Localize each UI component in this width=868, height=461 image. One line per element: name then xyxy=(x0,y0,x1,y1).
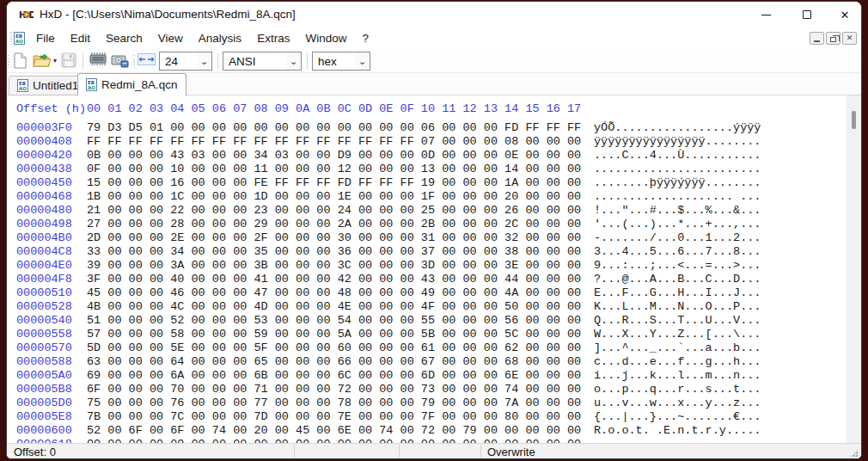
row-offset-label: 00000498 xyxy=(16,218,72,231)
menubar-drag-handle[interactable] xyxy=(9,32,12,45)
encoding-select[interactable]: ANSI ⌄ xyxy=(223,52,302,71)
mdi-restore-button[interactable] xyxy=(826,32,840,45)
document-tabs: EB AO Untitled1 EB AO Redmi_8A.qcn xyxy=(7,73,861,95)
row-decoded-text[interactable]: !..."...#...$...%...&... xyxy=(594,204,761,218)
row-hex-bytes[interactable]: 6F 00 00 00 70 00 00 00 71 00 00 00 72 0… xyxy=(87,383,581,396)
hex-row: 000004380F 00 00 00 10 00 00 00 11 00 00… xyxy=(7,163,848,176)
hex-row: 000004200B 00 00 00 43 03 00 00 34 03 00… xyxy=(7,149,848,163)
save-button[interactable] xyxy=(61,52,76,68)
open-dropdown-caret-icon[interactable]: ▾ xyxy=(53,58,57,65)
row-hex-bytes[interactable]: 4B 00 00 00 4C 00 00 00 4D 00 00 00 4E 0… xyxy=(87,300,581,314)
hex-row: 0000048021 00 00 00 22 00 00 00 23 00 00… xyxy=(7,204,848,218)
row-decoded-text[interactable]: R.o.o.t. .E.n.t.r.y..... xyxy=(594,424,761,438)
mdi-close-button[interactable]: ✕ xyxy=(842,32,857,45)
row-hex-bytes[interactable]: 1B 00 00 00 1C 00 00 00 1D 00 00 00 1E 0… xyxy=(87,190,581,204)
menu-items: FileEditSearchViewAnalysisExtrasWindow? xyxy=(28,29,376,47)
status-insert-mode[interactable]: Overwrite xyxy=(487,446,535,458)
tab-redmi-8a-qcn[interactable]: EB AO Redmi_8A.qcn xyxy=(77,73,186,96)
vertical-scrollbar[interactable] xyxy=(847,95,861,443)
chevron-down-icon: ⌄ xyxy=(197,52,211,70)
row-decoded-text[interactable]: ?...@...A...B...C...D... xyxy=(594,273,761,286)
hxd-file-icon: EB AO xyxy=(17,79,28,92)
menu-item-view[interactable]: View xyxy=(150,29,191,47)
hex-editor-view[interactable]: Offset (h) 00 01 02 03 04 05 06 07 08 09… xyxy=(7,95,848,443)
new-file-button[interactable] xyxy=(14,52,27,69)
open-disk-button[interactable] xyxy=(111,52,129,68)
row-decoded-text[interactable]: K...L...M...N...O...P... xyxy=(594,300,761,314)
row-hex-bytes[interactable]: 27 00 00 00 28 00 00 00 29 00 00 00 2A 0… xyxy=(87,218,581,231)
row-hex-bytes[interactable]: 2D 00 00 00 2E 00 00 00 2F 00 00 00 30 0… xyxy=(87,231,581,245)
row-hex-bytes[interactable]: 75 00 00 00 76 00 00 00 77 00 00 00 78 0… xyxy=(87,396,581,410)
row-hex-bytes[interactable]: 51 00 00 00 52 00 00 00 53 00 00 00 54 0… xyxy=(87,314,581,328)
row-decoded-text[interactable]: -......./...0...1...2... xyxy=(594,231,761,245)
menu-item-analysis[interactable]: Analysis xyxy=(191,29,249,47)
memory-chip-icon xyxy=(89,52,107,66)
row-hex-bytes[interactable]: 79 D3 D5 01 00 00 00 00 00 00 00 00 00 0… xyxy=(87,121,581,135)
row-decoded-text[interactable]: ....C...4...Ù........... xyxy=(594,149,761,163)
row-hex-bytes[interactable]: 5D 00 00 00 5E 00 00 00 5F 00 00 00 60 0… xyxy=(87,341,581,355)
row-decoded-text[interactable]: 3...4...5...6...7...8... xyxy=(594,245,761,259)
row-decoded-text[interactable]: ÿÿÿÿÿÿÿÿÿÿÿÿÿÿÿÿ........ xyxy=(594,135,761,149)
title-bar: H D HxD - [C:\Users\Nima\Documents\Redmi… xyxy=(7,2,861,28)
hex-row: 00000408FF FF FF FF FF FF FF FF FF FF FF… xyxy=(7,135,848,149)
row-offset-label: 00000540 xyxy=(16,314,72,328)
row-hex-bytes[interactable]: 33 00 00 00 34 00 00 00 35 00 00 00 36 0… xyxy=(87,245,581,259)
status-offset: Offset: 0 xyxy=(14,446,56,458)
row-decoded-text[interactable]: c...d...e...f...g...h... xyxy=(594,355,761,369)
toolbar-drag-handle[interactable] xyxy=(7,55,9,68)
row-hex-bytes[interactable]: 21 00 00 00 22 00 00 00 23 00 00 00 24 0… xyxy=(87,204,581,218)
row-decoded-text[interactable]: '...(...)...*...+...,... xyxy=(594,218,761,231)
row-hex-bytes[interactable]: 39 00 00 00 3A 00 00 00 3B 00 00 00 3C 0… xyxy=(87,259,581,273)
row-hex-bytes[interactable]: 69 00 00 00 6A 00 00 00 6B 00 00 00 6C 0… xyxy=(87,369,581,383)
menu-item-extras[interactable]: Extras xyxy=(249,29,297,47)
row-hex-bytes[interactable]: 52 00 6F 00 6F 00 74 00 20 00 45 00 6E 0… xyxy=(87,424,581,438)
menu-item-file[interactable]: File xyxy=(28,29,63,47)
mdi-minimize-button[interactable] xyxy=(810,32,824,45)
row-decoded-text[interactable]: E...F...G...H...I...J... xyxy=(594,286,761,300)
row-hex-bytes[interactable]: FF FF FF FF FF FF FF FF FF FF FF FF FF F… xyxy=(87,135,581,149)
menu-item-window[interactable]: Window xyxy=(297,29,354,47)
toolbar-drag-handle-2[interactable] xyxy=(132,55,135,68)
menu-item-help[interactable]: ? xyxy=(354,29,376,47)
resize-grip[interactable] xyxy=(850,449,859,458)
row-hex-bytes[interactable]: 63 00 00 00 64 00 00 00 65 00 00 00 66 0… xyxy=(87,355,581,369)
row-decoded-text[interactable]: yÓÕ.................ýÿÿÿ xyxy=(594,121,761,135)
svg-text:D: D xyxy=(28,10,34,20)
row-hex-bytes[interactable]: 0F 00 00 00 10 00 00 00 11 00 00 00 12 0… xyxy=(87,163,581,176)
menu-item-search[interactable]: Search xyxy=(98,29,150,47)
bytes-per-row-button[interactable] xyxy=(138,52,156,66)
row-decoded-text[interactable]: .................... ... xyxy=(594,190,761,204)
row-decoded-text[interactable]: W...X...Y...Z...[...\... xyxy=(594,328,761,341)
minimize-button[interactable] xyxy=(746,2,785,28)
hex-row: 0000054051 00 00 00 52 00 00 00 53 00 00… xyxy=(7,314,848,328)
row-decoded-text[interactable]: u...v...w...x...y...z... xyxy=(594,396,761,410)
row-decoded-text[interactable]: {...|...}...~.......€... xyxy=(594,410,761,424)
row-decoded-text[interactable]: ........................ xyxy=(594,163,761,176)
bytes-per-row-select[interactable]: 24 ⌄ xyxy=(159,52,212,71)
row-hex-bytes[interactable]: 57 00 00 00 58 00 00 00 59 00 00 00 5A 0… xyxy=(87,328,581,341)
tab-untitled1[interactable]: EB AO Untitled1 xyxy=(9,76,87,95)
row-decoded-text[interactable]: 9...:...;...<...=...>... xyxy=(594,259,761,273)
row-decoded-text[interactable]: Q...R...S...T...U...V... xyxy=(594,314,761,328)
row-hex-bytes[interactable]: 7B 00 00 00 7C 00 00 00 7D 00 00 00 7E 0… xyxy=(87,410,581,424)
row-decoded-text[interactable]: i...j...k...l...m...n... xyxy=(594,369,761,383)
row-hex-bytes[interactable]: 3F 00 00 00 40 00 00 00 41 00 00 00 42 0… xyxy=(87,273,581,286)
close-button[interactable]: ✕ xyxy=(827,2,862,28)
svg-text:AO: AO xyxy=(15,39,23,44)
row-decoded-text[interactable]: ]...^..._...`...a...b... xyxy=(594,341,761,355)
svg-text:EB: EB xyxy=(19,81,26,86)
row-decoded-text[interactable]: ........þÿÿÿýÿÿÿ........ xyxy=(594,176,761,190)
row-hex-bytes[interactable]: 0B 00 00 00 43 03 00 00 34 03 00 00 D9 0… xyxy=(87,149,581,163)
menu-item-edit[interactable]: Edit xyxy=(63,29,98,47)
maximize-button[interactable] xyxy=(787,2,827,28)
row-decoded-text[interactable]: o...p...q...r...s...t... xyxy=(594,383,761,396)
row-hex-bytes[interactable]: 15 00 00 00 16 00 00 00 FE FF FF FF FD F… xyxy=(87,176,581,190)
hex-row: 0000055857 00 00 00 58 00 00 00 59 00 00… xyxy=(7,328,848,341)
row-offset-label: 00000528 xyxy=(16,300,72,314)
mdi-restore-icon xyxy=(830,37,836,42)
row-hex-bytes[interactable]: 45 00 00 00 46 00 00 00 47 00 00 00 48 0… xyxy=(87,286,581,300)
open-ram-button[interactable] xyxy=(89,52,107,66)
open-file-button[interactable] xyxy=(33,52,52,68)
base-select[interactable]: hex ⌄ xyxy=(312,52,370,71)
scrollbar-thumb[interactable] xyxy=(852,111,856,129)
